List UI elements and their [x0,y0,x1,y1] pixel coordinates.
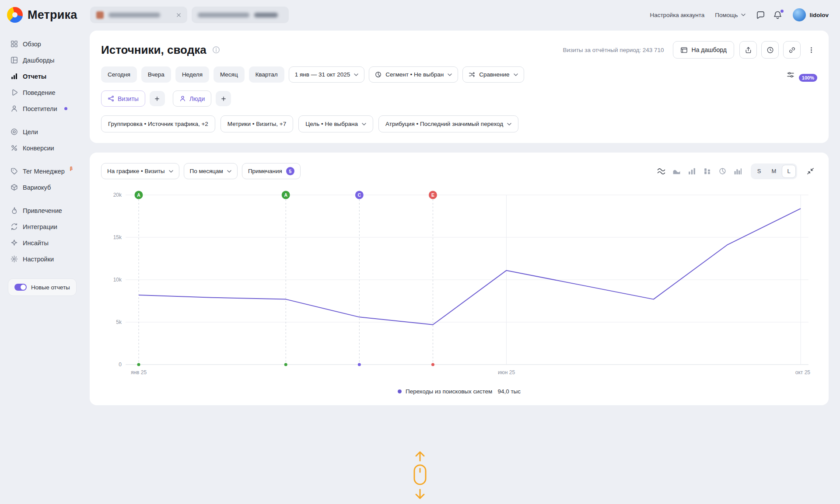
sidebar-item-label: Вариокуб [23,184,51,191]
sidebar-item-settings[interactable]: Настройки [8,251,86,267]
period-presets: СегодняВчераНеделяМесяцКвартал [101,66,284,83]
filter-chips-row: Группировка • Источник трафика, +2Метрик… [101,115,817,132]
sidebar-item-overview[interactable]: Обзор [8,36,86,52]
metric-tab-label: Люди [189,95,205,102]
period-today-button[interactable]: Сегодня [101,66,137,83]
dashboard-icon [10,56,18,64]
sidebar-item-reports[interactable]: Отчеты [8,68,86,84]
new-reports-label: Новые отчеты [31,284,70,291]
chart-size-M-button[interactable]: M [767,165,781,178]
chart-type-stacked-columns-button[interactable] [700,165,714,178]
sidebar-item-label: Дашборды [23,57,55,64]
sidebar-item-label: Цели [23,129,38,136]
chat-icon [756,10,765,20]
date-range-dropdown[interactable]: 1 янв — 31 окт 2025 [289,66,365,83]
sidebar-item-label: Поведение [23,89,55,96]
metric-tab-people[interactable]: Люди [173,90,211,107]
period-yesterday-button[interactable]: Вчера [141,66,171,83]
svg-text:0: 0 [119,361,122,368]
info-icon[interactable] [212,46,220,54]
redacted-counter-id [254,13,278,17]
percent-icon [10,144,18,152]
help-menu[interactable]: Помощь [715,12,745,18]
close-icon[interactable] [176,13,181,17]
messages-button[interactable] [756,10,765,20]
period-month-button[interactable]: Месяц [214,66,245,83]
filter-chip-goal[interactable]: Цель • Не выбрана [298,115,373,132]
svg-text:окт 25: окт 25 [795,369,811,375]
username: lidolov [810,12,829,18]
svg-text:A: A [284,192,287,198]
sidebar-item-conversions[interactable]: Конверсии [8,140,86,156]
sidebar-item-dashboards[interactable]: Дашборды [8,52,86,68]
gear-icon [10,255,18,263]
period-quarter-button[interactable]: Квартал [249,66,284,83]
to-dashboard-button[interactable]: На дашборд [673,41,734,59]
notifications-button[interactable] [773,10,782,20]
chart-size-L-button[interactable]: L [782,165,796,178]
add-people-button[interactable] [216,91,231,106]
user-menu[interactable]: lidolov [793,8,829,21]
sidebar-item-acquisition[interactable]: Привлечение [8,202,86,219]
filter-chip-metrics[interactable]: Метрики • Визиты, +7 [220,115,293,132]
counter-tab[interactable] [192,7,289,23]
notification-dot [780,10,784,13]
copy-link-button[interactable] [783,41,801,59]
scroll-down-arrow-icon [416,490,424,498]
grid-icon [10,40,18,48]
sidebar-item-insights[interactable]: Инсайты [8,235,86,251]
metric-tab-visits[interactable]: Визиты [101,90,145,107]
sidebar-item-label: Посетители [23,105,57,112]
granularity-dropdown[interactable]: По месяцам [184,163,238,179]
chart-type-smooth-area-button[interactable] [669,165,683,178]
chevron-down-icon [169,170,173,173]
sampling-badge[interactable]: 100% [799,74,817,82]
chart-size-S-button[interactable]: S [752,165,766,178]
report-icon [10,73,18,80]
sidebar-item-variocube[interactable]: Вариокуб [8,179,86,195]
sidebar-item-label: Привлечение [23,207,62,214]
chart-type-smooth-lines-button[interactable] [654,165,668,178]
notes-label: Примечания [248,168,282,174]
segment-dropdown[interactable]: Сегмент • Не выбран [369,66,458,83]
sidebar-item-label: Инсайты [23,240,49,247]
filter-chip-attribution[interactable]: Атрибуция • Последний значимый переход [378,115,518,132]
more-button[interactable] [805,41,817,59]
compare-dropdown[interactable]: Сравнение [462,66,524,83]
sidebar-item-tag-manager[interactable]: Тег Менеджерβ [8,163,86,179]
metrika-logo[interactable]: Метрика [7,7,78,23]
period-week-button[interactable]: Неделя [175,66,209,83]
svg-text:июн 25: июн 25 [498,369,515,375]
chart-type-pie-button[interactable] [715,165,729,178]
legend-label: Переходы из поисковых систем [406,388,492,395]
metric-tab-label: Визиты [118,95,139,102]
sidebar: ОбзорДашбордыОтчетыПоведениеПосетителиЦе… [0,30,90,296]
branch-icon [108,95,114,102]
history-button[interactable] [761,41,779,59]
chart-legend[interactable]: Переходы из поисковых систем 94,0 тыс [101,388,817,395]
chart-type-bars-button[interactable] [685,165,699,178]
add-visits-button[interactable] [150,91,165,106]
account-settings-link[interactable]: Настройка аккаунта [650,12,704,18]
sampling-settings-button[interactable] [784,68,798,82]
on-chart-dropdown[interactable]: На графике • Визиты [101,163,179,179]
date-range-value: 1 янв — 31 окт 2025 [295,71,350,78]
chart-type-histogram-button[interactable] [731,165,745,178]
redacted-counter-name [108,13,160,17]
flame-icon [10,207,18,214]
new-reports-toggle[interactable]: Новые отчеты [8,278,77,296]
sidebar-item-visitors[interactable]: Посетители [8,101,86,117]
wave-area-icon [672,167,681,175]
sidebar-item-behavior[interactable]: Поведение [8,84,86,101]
sidebar-item-integrations[interactable]: Интеграции [8,219,86,235]
export-button[interactable] [739,41,757,59]
chevron-down-icon [227,170,231,173]
sidebar-item-goals[interactable]: Цели [8,124,86,140]
legend-dot [398,389,402,393]
filter-chip-grouping[interactable]: Группировка • Источник трафика, +2 [101,115,215,132]
chevron-down-icon [354,73,358,76]
notes-button[interactable]: Примечания 5 [242,163,301,179]
counter-tab[interactable] [90,7,187,23]
plus-icon [154,96,160,102]
collapse-chart-button[interactable] [803,164,817,178]
